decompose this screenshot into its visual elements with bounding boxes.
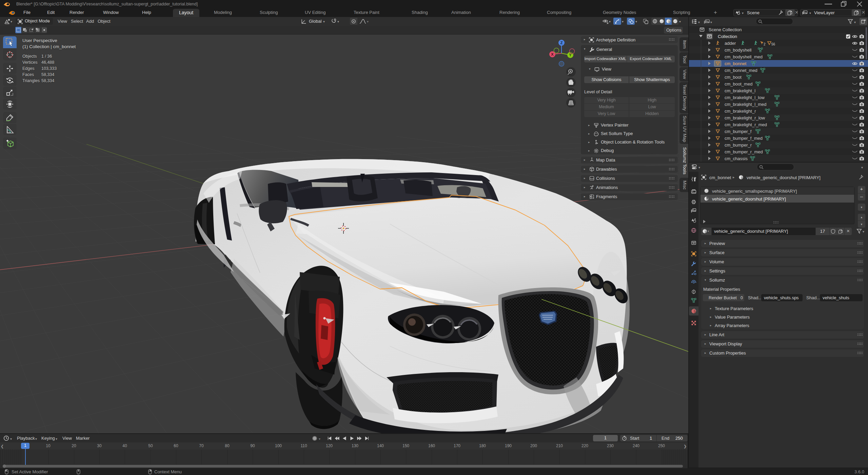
svg-text:Z: Z [560,41,563,45]
svg-text:X: X [551,52,554,56]
